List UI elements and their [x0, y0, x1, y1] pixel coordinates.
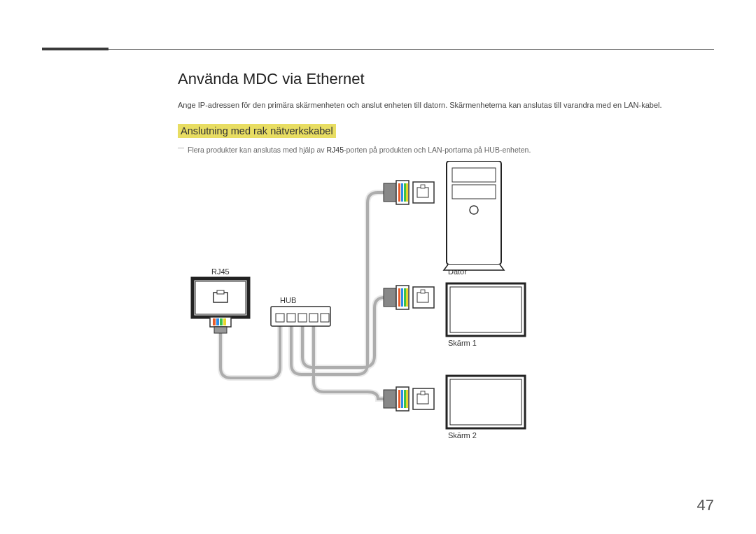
- svg-rect-31: [417, 188, 428, 197]
- svg-rect-21: [450, 287, 522, 332]
- svg-rect-15: [321, 314, 329, 322]
- monitor-icon: [192, 279, 248, 317]
- svg-rect-33: [384, 288, 398, 307]
- document-page: Använda MDC via Ethernet Ange IP-adresse…: [0, 0, 756, 534]
- rj45-connector-pc: [384, 181, 434, 204]
- rj45-plug-monitor: [210, 317, 231, 333]
- svg-rect-14: [309, 314, 318, 322]
- svg-rect-45: [401, 390, 403, 408]
- svg-rect-44: [398, 390, 400, 408]
- svg-rect-8: [223, 318, 226, 325]
- svg-rect-38: [406, 288, 408, 307]
- subsection-heading: Anslutning med rak nätverkskabel: [178, 124, 336, 138]
- svg-rect-47: [406, 390, 408, 408]
- svg-rect-36: [401, 288, 403, 307]
- screen1-icon: [447, 283, 525, 336]
- svg-rect-3: [217, 290, 224, 294]
- svg-rect-27: [401, 183, 403, 202]
- svg-rect-9: [214, 327, 227, 333]
- svg-rect-37: [404, 288, 406, 307]
- svg-rect-23: [450, 379, 522, 425]
- connection-diagram: RJ45 HUB Dator Skärm 1 Skärm 2: [182, 161, 574, 462]
- svg-rect-13: [298, 314, 307, 322]
- diagram-svg: [182, 161, 574, 462]
- content-area: Använda MDC via Ethernet Ange IP-adresse…: [178, 70, 714, 155]
- svg-rect-41: [421, 290, 425, 293]
- svg-rect-11: [276, 314, 284, 322]
- svg-point-19: [470, 206, 478, 214]
- pc-tower-icon: [444, 161, 504, 270]
- svg-rect-29: [406, 183, 408, 202]
- page-number: 47: [697, 496, 714, 514]
- intro-paragraph: Ange IP-adressen för den primära skärmen…: [178, 99, 714, 111]
- svg-rect-24: [384, 183, 398, 202]
- hub-icon: [271, 307, 330, 326]
- top-rule: [42, 49, 714, 50]
- svg-rect-17: [452, 168, 496, 182]
- svg-rect-32: [421, 185, 425, 188]
- section-heading: Använda MDC via Ethernet: [178, 70, 714, 88]
- top-accent-bar: [42, 48, 108, 50]
- svg-rect-35: [398, 288, 400, 307]
- screen2-icon: [447, 376, 525, 428]
- svg-rect-42: [384, 390, 398, 408]
- svg-rect-40: [417, 293, 428, 302]
- note-suffix: -porten på produkten och LAN-portarna på…: [344, 146, 531, 154]
- svg-rect-49: [417, 394, 428, 404]
- svg-rect-50: [421, 391, 425, 395]
- note-prefix: Flera produkter kan anslutas med hjälp a…: [188, 146, 326, 154]
- svg-rect-28: [404, 183, 406, 202]
- svg-rect-12: [287, 314, 295, 322]
- svg-rect-18: [452, 185, 496, 199]
- svg-rect-26: [398, 183, 400, 202]
- svg-rect-6: [216, 318, 219, 325]
- svg-rect-5: [213, 318, 216, 325]
- rj45-connector-screen2: [384, 387, 434, 411]
- note-highlight: RJ45: [326, 146, 344, 154]
- svg-rect-46: [404, 390, 406, 408]
- rj45-connector-screen1: [384, 286, 434, 309]
- note-text: Flera produkter kan anslutas med hjälp a…: [188, 145, 714, 156]
- svg-rect-7: [220, 318, 223, 325]
